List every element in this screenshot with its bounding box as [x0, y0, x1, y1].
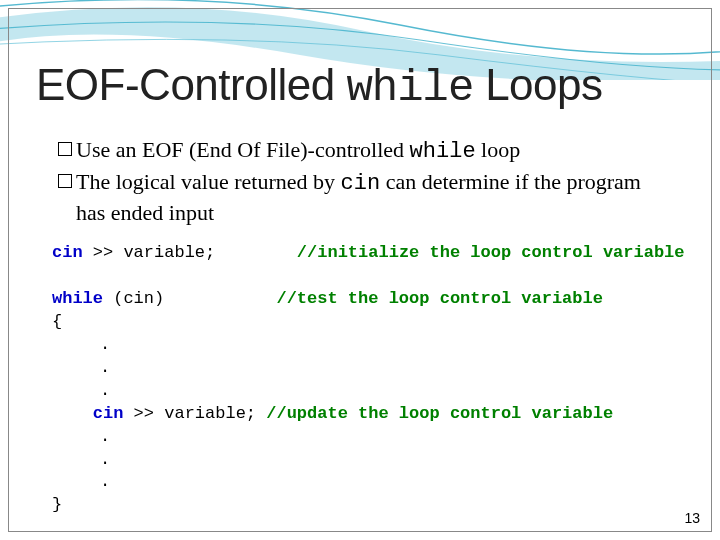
code-comment: //test the loop control variable — [276, 289, 602, 308]
bullet-item: The logical value returned by cin can de… — [58, 167, 670, 228]
bullet-item: Use an EOF (End Of File)-controlled whil… — [58, 135, 670, 167]
code-keyword: while — [52, 289, 103, 308]
code-ellipsis: . — [52, 358, 110, 377]
code-example: cin >> variable; //initialize the loop c… — [52, 242, 690, 517]
code-comment: //initialize the loop control variable — [297, 243, 685, 262]
title-mono: while — [346, 63, 473, 113]
square-bullet-icon — [58, 142, 72, 156]
square-bullet-icon — [58, 174, 72, 188]
code-keyword: cin — [52, 243, 83, 262]
code-ellipsis: . — [52, 427, 110, 446]
code-ellipsis: . — [52, 381, 110, 400]
code-text: >> variable; — [83, 243, 216, 262]
title-post: Loops — [473, 60, 602, 109]
code-brace: } — [52, 495, 62, 514]
code-ellipsis: . — [52, 472, 110, 491]
bullet-pre: The logical value returned by — [76, 169, 341, 194]
code-keyword: cin — [52, 404, 123, 423]
page-number: 13 — [684, 510, 700, 526]
code-ellipsis: . — [52, 335, 110, 354]
code-ellipsis: . — [52, 450, 110, 469]
slide-content: EOF-Controlled while Loops Use an EOF (E… — [0, 0, 720, 540]
bullet-list: Use an EOF (End Of File)-controlled whil… — [58, 135, 670, 228]
code-brace: { — [52, 312, 62, 331]
code-text: (cin) — [103, 289, 164, 308]
bullet-text: Use an EOF (End Of File)-controlled whil… — [76, 135, 520, 167]
code-comment: //update the loop control variable — [266, 404, 613, 423]
bullet-mono: while — [410, 139, 476, 164]
bullet-post: loop — [476, 137, 521, 162]
bullet-mono: cin — [341, 171, 381, 196]
bullet-pre: Use an EOF (End Of File)-controlled — [76, 137, 410, 162]
slide-title: EOF-Controlled while Loops — [36, 60, 690, 113]
bullet-text: The logical value returned by cin can de… — [76, 167, 670, 228]
title-pre: EOF-Controlled — [36, 60, 346, 109]
code-text: >> variable; — [123, 404, 266, 423]
